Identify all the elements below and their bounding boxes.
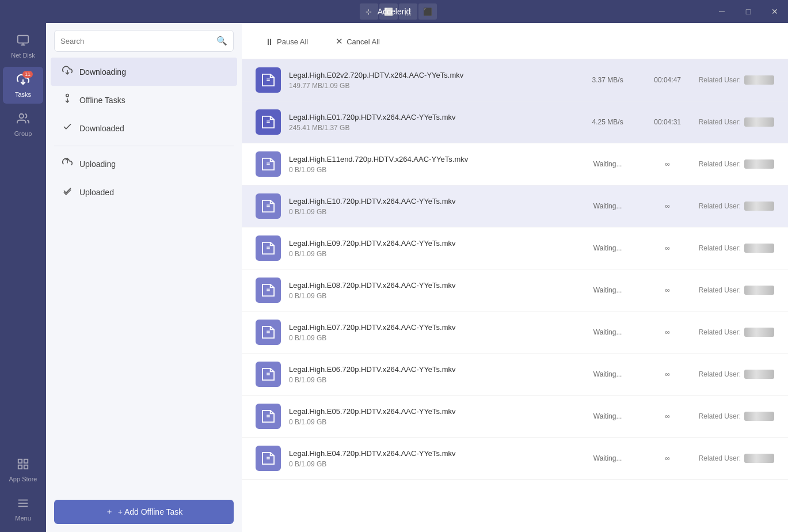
file-time: ∞: [645, 454, 691, 462]
file-name: Legal.High.E11end.720p.HDTV.x264.AAC-YYe…: [289, 155, 571, 164]
search-icon[interactable]: 🔍: [216, 36, 227, 46]
sidebar-footer: ＋ + Add Offline Task: [46, 492, 242, 532]
offline-tasks-icon: [62, 93, 73, 107]
sidebar-item-downloaded[interactable]: Downloaded: [51, 114, 237, 142]
file-speed: Waiting...: [579, 412, 637, 420]
svg-point-14: [66, 94, 69, 97]
sidebar-item-downloading[interactable]: Downloading: [51, 58, 237, 86]
nav-label-net-disk: Net Disk: [11, 52, 35, 59]
file-user: Related User:: [699, 75, 774, 85]
file-user: Related User:: [699, 244, 774, 253]
download-item[interactable]: Legal.High.E07.720p.HDTV.x264.AAC-YYeTs.…: [242, 311, 788, 354]
content-area: ⏸ Pause All ✕ Cancel All Legal.High.E02v…: [242, 23, 788, 532]
user-avatar: [744, 202, 774, 211]
download-item[interactable]: Legal.High.E10.720p.HDTV.x264.AAC-YYeTs.…: [242, 185, 788, 227]
file-info: Legal.High.E09.720p.HDTV.x264.AAC-YYeTs.…: [289, 239, 571, 258]
related-user-label: Related User:: [699, 370, 741, 378]
download-item[interactable]: Legal.High.E02v2.720p.HDTV.x264.AAC-YYeT…: [242, 59, 788, 101]
related-user-label: Related User:: [699, 118, 741, 126]
file-time: ∞: [645, 202, 691, 210]
pause-all-label: Pause All: [277, 37, 308, 46]
sidebar-item-offline-tasks[interactable]: Offline Tasks: [51, 86, 237, 114]
toolbar-icon-1[interactable]: ⊹: [360, 3, 378, 20]
nav-item-group[interactable]: Group: [3, 106, 43, 143]
file-user: Related User:: [699, 454, 774, 463]
file-time: ∞: [645, 160, 691, 168]
toolbar-icon-4[interactable]: ⬛: [418, 3, 437, 20]
nav-label-app-store: App Store: [9, 476, 37, 482]
sidebar-item-uploaded[interactable]: Uploaded: [51, 178, 237, 206]
file-speed: Waiting...: [579, 286, 637, 294]
titlebar: Accelerid ⊹ ⬜ ⬚ ⬛ ─ □ ✕: [0, 0, 788, 23]
download-item[interactable]: Legal.High.E01.720p.HDTV.x264.AAC-YYeTs.…: [242, 101, 788, 143]
file-name: Legal.High.E10.720p.HDTV.x264.AAC-YYeTs.…: [289, 197, 571, 206]
file-time: ∞: [645, 412, 691, 420]
search-bar[interactable]: 🔍: [54, 30, 234, 52]
sidebar-label-uploaded: Uploaded: [79, 188, 114, 197]
svg-marker-22: [262, 158, 274, 170]
sidebar-item-uploading[interactable]: Uploading: [51, 150, 237, 178]
download-item[interactable]: Legal.High.E08.720p.HDTV.x264.AAC-YYeTs.…: [242, 269, 788, 311]
file-speed: Waiting...: [579, 202, 637, 210]
download-item[interactable]: Legal.High.E04.720p.HDTV.x264.AAC-YYeTs.…: [242, 438, 788, 480]
file-user: Related User:: [699, 159, 774, 169]
cancel-all-button[interactable]: ✕ Cancel All: [326, 32, 389, 51]
group-icon: [17, 112, 29, 128]
user-avatar: [744, 328, 774, 337]
file-info: Legal.High.E11end.720p.HDTV.x264.AAC-YYe…: [289, 155, 571, 174]
svg-marker-19: [262, 116, 274, 128]
related-user-label: Related User:: [699, 454, 741, 462]
file-icon: [256, 193, 281, 219]
svg-marker-25: [262, 200, 274, 212]
file-user: Related User:: [699, 202, 774, 211]
file-icon: [256, 404, 281, 429]
file-name: Legal.High.E04.720p.HDTV.x264.AAC-YYeTs.…: [289, 449, 571, 458]
file-time: ∞: [645, 328, 691, 336]
minimize-button[interactable]: ─: [709, 0, 735, 23]
file-icon: [256, 151, 281, 177]
file-meta: 0 B/1.09 GB: [289, 250, 571, 258]
sidebar-menu: Downloading Offline Tasks Downloaded: [46, 58, 242, 206]
search-input[interactable]: [60, 37, 216, 45]
file-name: Legal.High.E05.720p.HDTV.x264.AAC-YYeTs.…: [289, 407, 571, 416]
file-icon: [256, 67, 281, 93]
download-item[interactable]: Legal.High.E11end.720p.HDTV.x264.AAC-YYe…: [242, 143, 788, 185]
svg-rect-5: [18, 459, 22, 462]
file-info: Legal.High.E07.720p.HDTV.x264.AAC-YYeTs.…: [289, 323, 571, 342]
file-meta: 0 B/1.09 GB: [289, 208, 571, 216]
related-user-label: Related User:: [699, 202, 741, 210]
file-user: Related User:: [699, 370, 774, 379]
nav-item-app-store[interactable]: App Store: [3, 451, 43, 488]
svg-rect-7: [18, 465, 22, 468]
nav-label-menu: Menu: [15, 515, 31, 522]
file-name: Legal.High.E06.720p.HDTV.x264.AAC-YYeTs.…: [289, 365, 571, 374]
nav-item-menu[interactable]: Menu: [3, 491, 43, 527]
nav-item-tasks[interactable]: 11 Tasks: [3, 67, 43, 104]
related-user-label: Related User:: [699, 286, 741, 294]
pause-all-button[interactable]: ⏸ Pause All: [256, 33, 317, 51]
maximize-button[interactable]: □: [735, 0, 762, 23]
related-user-label: Related User:: [699, 412, 741, 420]
close-button[interactable]: ✕: [762, 0, 788, 23]
file-speed: 4.25 MB/s: [579, 118, 637, 126]
svg-rect-6: [24, 459, 28, 462]
svg-marker-28: [262, 242, 274, 254]
pause-icon: ⏸: [265, 37, 273, 47]
file-time: 00:04:31: [645, 118, 691, 126]
download-item[interactable]: Legal.High.E05.720p.HDTV.x264.AAC-YYeTs.…: [242, 396, 788, 438]
related-user-label: Related User:: [699, 76, 741, 84]
nav-item-net-disk[interactable]: Net Disk: [3, 28, 43, 64]
file-name: Legal.High.E01.720p.HDTV.x264.AAC-YYeTs.…: [289, 113, 571, 121]
add-offline-task-button[interactable]: ＋ + Add Offline Task: [54, 500, 234, 524]
file-user: Related User:: [699, 412, 774, 421]
file-icon: [256, 320, 281, 345]
svg-point-4: [20, 113, 24, 117]
file-meta: 0 B/1.09 GB: [289, 460, 571, 468]
file-speed: Waiting...: [579, 244, 637, 252]
download-item[interactable]: Legal.High.E09.720p.HDTV.x264.AAC-YYeTs.…: [242, 227, 788, 269]
download-item[interactable]: Legal.High.E06.720p.HDTV.x264.AAC-YYeTs.…: [242, 354, 788, 396]
cancel-icon: ✕: [336, 36, 343, 47]
file-info: Legal.High.E04.720p.HDTV.x264.AAC-YYeTs.…: [289, 449, 571, 468]
add-icon: ＋: [105, 507, 113, 517]
file-name: Legal.High.E02v2.720p.HDTV.x264.AAC-YYeT…: [289, 71, 571, 79]
